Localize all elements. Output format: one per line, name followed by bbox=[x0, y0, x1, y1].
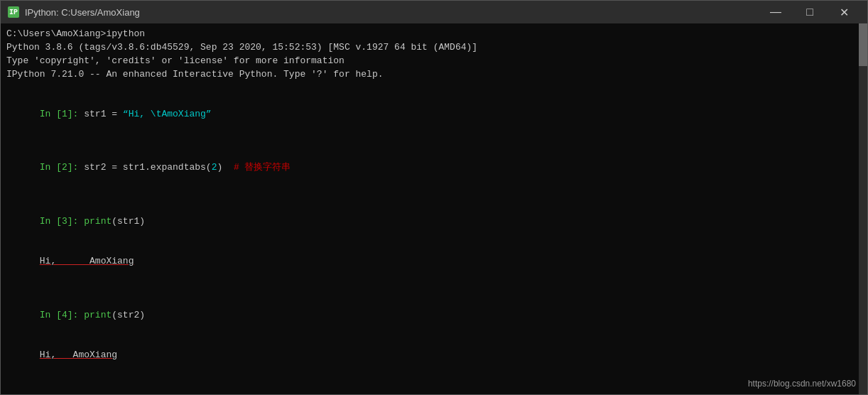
scrollbar[interactable] bbox=[859, 23, 867, 394]
line-python-ver: Python 3.8.6 (tags/v3.8.6:db45529, Sep 2… bbox=[6, 41, 862, 55]
watermark: https://blog.csdn.net/xw1680 bbox=[748, 378, 856, 390]
line-blank1 bbox=[6, 81, 862, 94]
line-blank3 bbox=[6, 188, 862, 202]
window-controls: — □ ✕ bbox=[759, 1, 860, 23]
maximize-button[interactable]: □ bbox=[793, 1, 826, 23]
line-in4: In [4]: print(str2) bbox=[6, 296, 862, 336]
line-blank2 bbox=[6, 135, 862, 148]
line-out3: Hi, AmoXiang bbox=[6, 242, 862, 283]
line-blank5 bbox=[6, 376, 862, 389]
app-icon: IP bbox=[8, 6, 19, 18]
line-blank4 bbox=[6, 282, 862, 296]
terminal-body[interactable]: C:\Users\AmoXiang>ipython Python 3.8.6 (… bbox=[1, 23, 867, 394]
title-bar: IP IPython: C:Users/AmoXiang — □ ✕ bbox=[1, 1, 867, 23]
line-in3: In [3]: print(str1) bbox=[6, 202, 862, 242]
line-cmd: C:\Users\AmoXiang>ipython bbox=[6, 28, 862, 41]
line-in2: In [2]: str2 = str1.expandtabs(2) # 替换字符… bbox=[6, 148, 862, 189]
line-type-hint: Type 'copyright', 'credits' or 'license'… bbox=[6, 55, 862, 68]
line-in5: In [5]: str3 = “Hi, \tPython” bbox=[6, 389, 862, 394]
minimize-button[interactable]: — bbox=[759, 1, 792, 23]
line-ipython-ver: IPython 7.21.0 -- An enhanced Interactiv… bbox=[6, 68, 862, 82]
line-out4: Hi, AmoXiang bbox=[6, 335, 862, 376]
window-title: IPython: C:Users/AmoXiang bbox=[25, 7, 140, 18]
terminal-window: IP IPython: C:Users/AmoXiang — □ ✕ C:\Us… bbox=[0, 0, 868, 395]
scrollbar-thumb[interactable] bbox=[859, 23, 867, 66]
line-in1: In [1]: str1 = “Hi, \tAmoXiang” bbox=[6, 94, 862, 135]
close-button[interactable]: ✕ bbox=[828, 1, 860, 23]
title-bar-left: IP IPython: C:Users/AmoXiang bbox=[8, 6, 140, 18]
